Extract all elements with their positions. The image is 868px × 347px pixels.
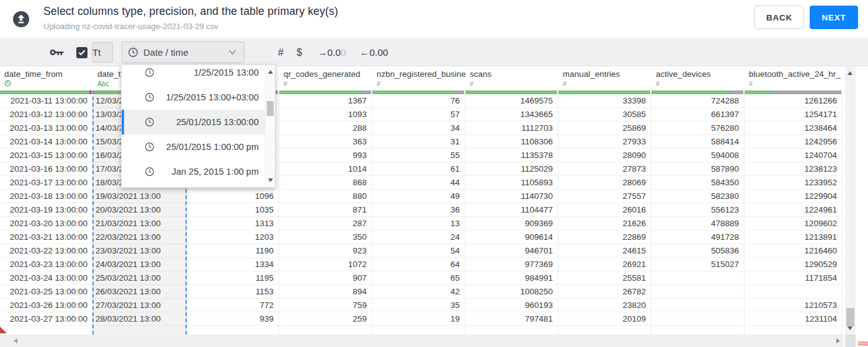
table-cell[interactable]: 1216460 — [745, 244, 843, 257]
table-cell[interactable]: 30585 — [558, 108, 651, 121]
column-header-manual_entries[interactable]: manual_entries# — [558, 66, 651, 90]
table-cell[interactable]: 1096 — [186, 190, 279, 203]
table-cell[interactable] — [279, 326, 372, 335]
table-cell[interactable]: 34 — [372, 121, 465, 134]
next-button[interactable]: NEXT — [810, 6, 858, 29]
scroll-right-icon[interactable] — [836, 338, 840, 343]
table-cell[interactable]: 2021-03-24 13:00:00 — [0, 271, 93, 284]
dropdown-scrollbar[interactable] — [265, 65, 275, 187]
table-cell[interactable] — [372, 326, 465, 335]
table-cell[interactable]: 24 — [372, 231, 465, 244]
table-cell[interactable] — [93, 326, 186, 335]
table-cell[interactable]: 2021-03-12 13:00:00 — [0, 108, 93, 121]
table-cell[interactable]: 2021-03-26 13:00:00 — [0, 299, 93, 312]
dropdown-item[interactable]: 1/25/2015 13:00+03:00 — [122, 85, 265, 110]
text-type-button[interactable]: Tt — [92, 42, 113, 63]
table-cell[interactable]: 576280 — [651, 121, 745, 134]
table-cell[interactable]: 2021-03-21 13:00:00 — [0, 231, 93, 244]
table-cell[interactable]: 1343665 — [465, 108, 558, 121]
table-cell[interactable]: 909614 — [465, 231, 558, 244]
table-cell[interactable]: 20109 — [558, 312, 651, 325]
table-cell[interactable]: 880 — [279, 190, 372, 203]
table-cell[interactable]: 2021-03-16 13:00:00 — [0, 162, 93, 175]
table-cell[interactable]: 1334 — [186, 258, 279, 271]
table-cell[interactable]: 28069 — [558, 176, 651, 189]
increase-decimals-button[interactable]: →0.00 — [318, 38, 346, 66]
table-cell[interactable]: 1229904 — [745, 190, 843, 203]
table-cell[interactable]: 1093 — [279, 108, 372, 121]
boolean-type-checkbox[interactable] — [76, 47, 87, 58]
dropdown-item[interactable]: 25/01/2015 1:00:00 pm — [122, 134, 265, 159]
table-cell[interactable]: 23820 — [558, 299, 651, 312]
table-cell[interactable]: 259 — [279, 312, 372, 325]
table-cell[interactable]: 505836 — [651, 244, 745, 257]
table-cell[interactable]: 2021-03-22 13:00:00 — [0, 244, 93, 257]
table-cell[interactable]: 25869 — [558, 121, 651, 134]
table-cell[interactable]: 33398 — [558, 94, 651, 107]
primary-key-icon[interactable] — [50, 38, 64, 66]
table-cell[interactable]: 2021-03-27 13:00:00 — [0, 312, 93, 325]
table-cell[interactable]: 1072 — [279, 258, 372, 271]
table-cell[interactable]: 1108306 — [465, 135, 558, 148]
table-cell[interactable]: 13 — [372, 217, 465, 230]
table-cell[interactable]: 2021-03-14 13:00:00 — [0, 135, 93, 148]
table-cell[interactable]: 26016 — [558, 203, 651, 216]
table-cell[interactable] — [558, 326, 651, 335]
table-cell[interactable]: 2021-03-15 13:00:00 — [0, 149, 93, 162]
table-cell[interactable]: 894 — [279, 285, 372, 298]
table-cell[interactable]: 1105893 — [465, 176, 558, 189]
table-cell[interactable] — [0, 326, 93, 335]
table-cell[interactable]: 22869 — [558, 231, 651, 244]
table-cell[interactable]: 594008 — [651, 149, 745, 162]
column-header-date_time_from[interactable]: date_time_from — [0, 66, 93, 90]
table-cell[interactable] — [745, 326, 843, 335]
table-cell[interactable]: 61 — [372, 162, 465, 175]
table-cell[interactable]: 556123 — [651, 203, 745, 216]
numeric-type-button[interactable]: # — [278, 38, 284, 66]
column-header-nzbn_registered_busine[interactable]: nzbn_registered_busine# — [372, 66, 465, 90]
table-cell[interactable]: 49 — [372, 190, 465, 203]
scroll-up-icon[interactable] — [848, 71, 852, 75]
table-cell[interactable]: 868 — [279, 176, 372, 189]
table-cell[interactable]: 2021-03-23 13:00:00 — [0, 258, 93, 271]
table-cell[interactable]: 1125029 — [465, 162, 558, 175]
table-cell[interactable]: 661397 — [651, 108, 745, 121]
table-cell[interactable]: 54 — [372, 244, 465, 257]
column-header-bluetooth_active_24_hr_[interactable]: bluetooth_active_24_hr_# — [745, 66, 843, 90]
decrease-decimals-button[interactable]: ←0.00 — [360, 38, 388, 66]
back-button[interactable]: BACK — [754, 6, 804, 29]
table-cell[interactable]: 724288 — [651, 94, 745, 107]
dropdown-item-selected[interactable]: 25/01/2015 13:00:00 — [122, 110, 265, 134]
table-cell[interactable]: 871 — [279, 203, 372, 216]
table-cell[interactable]: 1014 — [279, 162, 372, 175]
table-cell[interactable]: 2021-03-19 13:00:00 — [0, 203, 93, 216]
table-cell[interactable]: 21/03/2021 13:00 — [93, 217, 186, 230]
table-cell[interactable]: 1213891 — [745, 231, 843, 244]
table-cell[interactable]: 1290529 — [745, 258, 843, 271]
table-vertical-scrollbar[interactable] — [845, 66, 856, 335]
table-cell[interactable]: 2021-03-18 13:00:00 — [0, 190, 93, 203]
table-cell[interactable]: 588414 — [651, 135, 745, 148]
table-cell[interactable]: 24615 — [558, 244, 651, 257]
table-cell[interactable]: 1233952 — [745, 176, 843, 189]
table-cell[interactable]: 288 — [279, 121, 372, 134]
table-cell[interactable]: 44 — [372, 176, 465, 189]
table-cell[interactable]: 28090 — [558, 149, 651, 162]
table-cell[interactable]: 960193 — [465, 299, 558, 312]
table-cell[interactable]: 1153 — [186, 285, 279, 298]
table-cell[interactable]: 582380 — [651, 190, 745, 203]
table-cell[interactable]: 1190 — [186, 244, 279, 257]
table-cell[interactable]: 907 — [279, 271, 372, 284]
table-cell[interactable]: 1313 — [186, 217, 279, 230]
table-cell[interactable]: 2021-03-25 13:00:00 — [0, 285, 93, 298]
table-cell[interactable] — [651, 299, 745, 312]
table-cell[interactable]: 20/03/2021 13:00 — [93, 203, 186, 216]
vertical-scrollbar-thumb[interactable] — [846, 308, 854, 327]
dropdown-scrollbar-thumb[interactable] — [267, 101, 274, 116]
table-cell[interactable]: 21626 — [558, 217, 651, 230]
table-cell[interactable]: 25581 — [558, 271, 651, 284]
table-cell[interactable]: 363 — [279, 135, 372, 148]
table-cell[interactable]: 584350 — [651, 176, 745, 189]
table-cell[interactable]: 1195 — [186, 271, 279, 284]
table-cell[interactable]: 27557 — [558, 190, 651, 203]
